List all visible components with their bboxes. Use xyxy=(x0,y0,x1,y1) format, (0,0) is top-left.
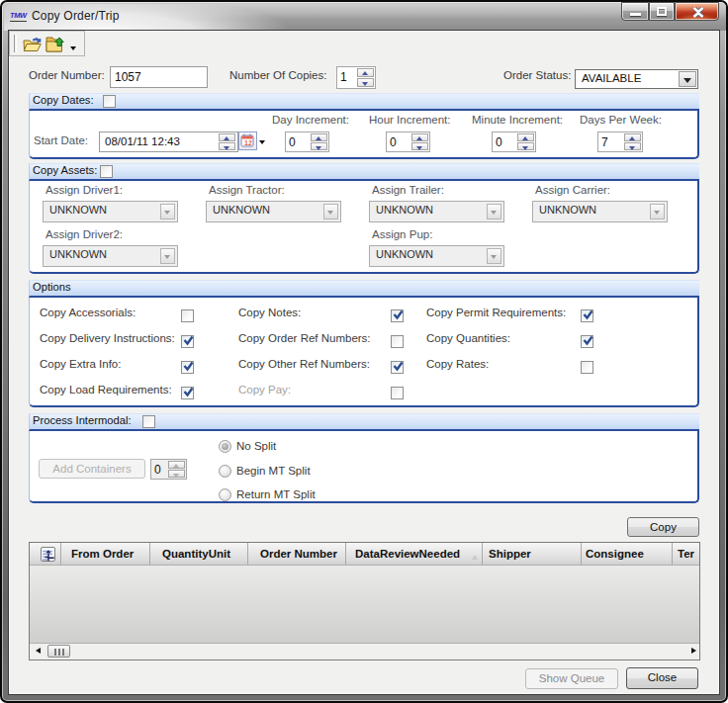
svg-text:12: 12 xyxy=(244,139,252,146)
